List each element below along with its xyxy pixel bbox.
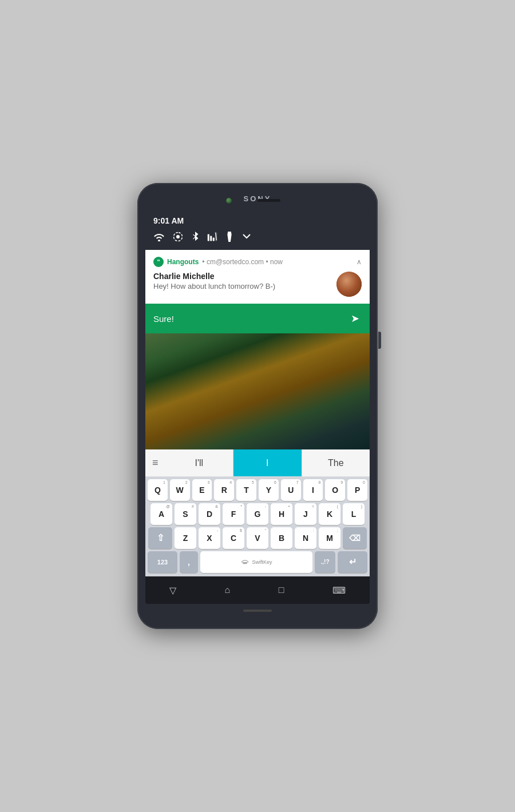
key-r[interactable]: 4R	[214, 479, 234, 501]
notification-card: " Hangouts • cm@sortedco.com • now ∧ Cha…	[145, 250, 370, 304]
flashlight-icon	[225, 231, 233, 244]
keyboard-row-2: @A #S &D *F -G +H =J (K )L	[148, 503, 367, 525]
shift-key[interactable]: ⇧	[148, 527, 172, 549]
notification-text-area: Charlie Michelle Hey! How about lunch to…	[153, 272, 331, 290]
bottom-nav: ▽ ⌂ □ ⌨	[145, 576, 370, 604]
key-n[interactable]: :N	[295, 527, 316, 549]
key-p[interactable]: 0P	[347, 479, 367, 501]
key-w[interactable]: 2W	[170, 479, 190, 501]
comma-key[interactable]: ,	[180, 551, 198, 573]
key-g[interactable]: -G	[247, 503, 268, 525]
notification-sender: Charlie Michelle	[153, 272, 331, 281]
hangouts-icon: "	[153, 257, 164, 267]
home-button[interactable]: ⌂	[216, 580, 240, 600]
key-l[interactable]: )L	[343, 503, 365, 525]
avatar-face	[336, 272, 362, 297]
reply-bar[interactable]: ➤	[145, 304, 370, 333]
enter-key[interactable]: ↵	[338, 551, 367, 573]
expand-icon[interactable]	[241, 233, 252, 242]
punctuation-key[interactable]: .,!?	[315, 551, 335, 573]
key-d[interactable]: &D	[199, 503, 220, 525]
signal-icon	[207, 232, 217, 243]
numbers-key[interactable]: 123	[148, 551, 177, 573]
camera-dot	[226, 198, 232, 204]
keyboard-row-4: 123 , SwiftKey .,!? ↵	[148, 551, 367, 573]
keyboard-button[interactable]: ⌨	[323, 580, 355, 600]
key-h[interactable]: +H	[271, 503, 292, 525]
key-x[interactable]: -X	[199, 527, 220, 549]
speaker-slot	[258, 199, 280, 202]
notification-message: Hey! How about lunch tomorrow? B-)	[153, 282, 331, 290]
key-c[interactable]: $C	[223, 527, 244, 549]
notification-header: " Hangouts • cm@sortedco.com • now ∧	[153, 257, 362, 267]
key-s[interactable]: #S	[175, 503, 196, 525]
notification-app-name: Hangouts	[167, 258, 199, 266]
svg-point-0	[177, 236, 180, 238]
status-icons-row	[145, 229, 370, 250]
wifi-icon	[153, 232, 165, 243]
key-k[interactable]: (K	[319, 503, 340, 525]
back-button[interactable]: ▽	[160, 580, 185, 600]
phone-screen: 9:01 AM	[145, 212, 370, 604]
phone-top-hardware: SONY	[145, 193, 370, 209]
wallpaper	[145, 333, 370, 449]
svg-rect-2	[210, 236, 212, 241]
power-button[interactable]	[378, 332, 381, 349]
reply-input[interactable]	[153, 314, 348, 324]
key-m[interactable]: ;M	[319, 527, 340, 549]
key-a[interactable]: @A	[150, 503, 172, 525]
key-j[interactable]: =J	[295, 503, 316, 525]
notification-meta: • cm@sortedco.com • now	[202, 258, 283, 266]
notification-body: Charlie Michelle Hey! How about lunch to…	[153, 272, 362, 304]
send-button[interactable]: ➤	[348, 310, 362, 327]
recents-button[interactable]: □	[270, 580, 294, 600]
notification-collapse-icon[interactable]: ∧	[356, 258, 362, 266]
keyboard-row-3: ⇧ Z -X $C "V B :N ;M ⌫	[148, 527, 367, 549]
key-f[interactable]: *F	[223, 503, 244, 525]
autocomplete-center[interactable]: I	[233, 449, 302, 476]
svg-rect-1	[208, 234, 209, 241]
key-z[interactable]: Z	[175, 527, 196, 549]
keyboard: 1Q 2W 3E 4R 5T 6Y 7U 8I 9O 0P @A #S &D *…	[145, 477, 370, 576]
backspace-key[interactable]: ⌫	[343, 527, 367, 549]
status-bar: 9:01 AM	[145, 212, 370, 229]
keyboard-row-1: 1Q 2W 3E 4R 5T 6Y 7U 8I 9O 0P	[148, 479, 367, 501]
key-o[interactable]: 9O	[325, 479, 345, 501]
space-key[interactable]: SwiftKey	[200, 551, 312, 573]
avatar	[336, 272, 362, 297]
svg-rect-3	[213, 238, 215, 241]
autocomplete-right[interactable]: The	[302, 449, 370, 476]
autocomplete-left[interactable]: I'll	[165, 449, 234, 476]
key-u[interactable]: 7U	[281, 479, 301, 501]
key-q[interactable]: 1Q	[148, 479, 168, 501]
status-time: 9:01 AM	[153, 216, 184, 225]
phone-device: SONY 9:01 AM	[137, 183, 378, 629]
bluetooth-icon	[191, 231, 199, 244]
rotate-icon	[173, 232, 183, 244]
key-e[interactable]: 3E	[192, 479, 212, 501]
key-i[interactable]: 8I	[303, 479, 323, 501]
key-b[interactable]: B	[271, 527, 292, 549]
phone-bottom-hardware	[243, 604, 272, 618]
autocomplete-menu-icon[interactable]: ≡	[145, 449, 165, 476]
home-indicator	[243, 610, 272, 612]
key-v[interactable]: "V	[247, 527, 268, 549]
key-t[interactable]: 5T	[236, 479, 256, 501]
key-y[interactable]: 6Y	[259, 479, 279, 501]
autocomplete-bar: ≡ I'll I The	[145, 449, 370, 477]
